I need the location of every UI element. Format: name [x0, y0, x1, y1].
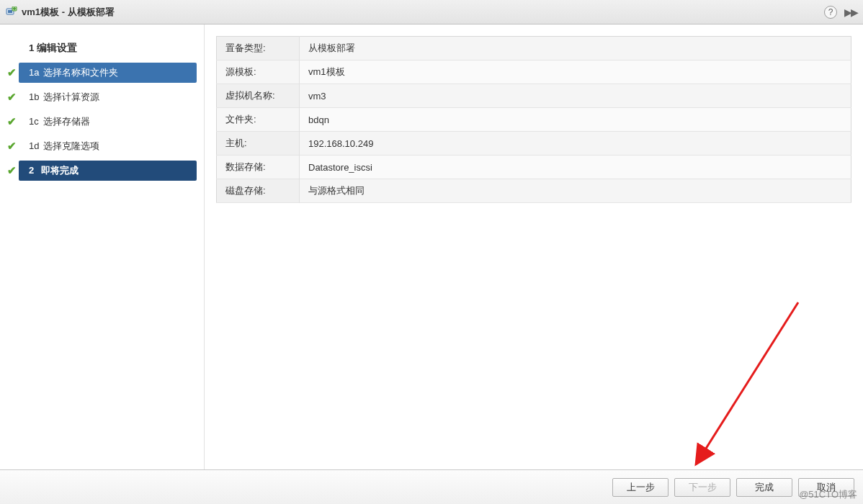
- next-button: 下一步: [674, 478, 730, 497]
- step-label: 1d选择克隆选项: [19, 136, 197, 156]
- row-folder: 文件夹:bdqn: [217, 108, 851, 132]
- finish-button[interactable]: 完成: [736, 478, 792, 497]
- summary-panel: 置备类型:从模板部署 源模板:vm1模板 虚拟机名称:vm3 文件夹:bdqn …: [205, 24, 863, 469]
- row-disk-storage: 磁盘存储:与源格式相同: [217, 179, 851, 203]
- step-label: 1b选择计算资源: [19, 87, 197, 107]
- wizard-step-storage[interactable]: ✔ 1c选择存储器: [0, 111, 197, 132]
- expand-icon[interactable]: ▶▶: [844, 6, 857, 18]
- checkmark-icon: ✔: [4, 115, 19, 128]
- row-vm-name: 虚拟机名称:vm3: [217, 84, 851, 108]
- wizard-footer: 上一步 下一步 完成 取消: [0, 469, 863, 504]
- window-title: vm1模板 - 从模板部署: [22, 6, 824, 19]
- step-label: 1c选择存储器: [19, 112, 197, 132]
- checkmark-icon: ✔: [4, 140, 19, 153]
- step-label: 2 即将完成: [19, 161, 197, 181]
- wizard-sidebar: 1 编辑设置 ✔ 1a选择名称和文件夹 ✔ 1b选择计算资源 ✔ 1c选择存储器…: [0, 24, 205, 469]
- wizard-step-compute[interactable]: ✔ 1b选择计算资源: [0, 86, 197, 108]
- row-provision-type: 置备类型:从模板部署: [217, 37, 851, 60]
- row-host: 主机:192.168.10.249: [217, 132, 851, 156]
- help-icon[interactable]: ?: [824, 6, 837, 19]
- wizard-step-clone-options[interactable]: ✔ 1d选择克隆选项: [0, 135, 197, 157]
- step-label: 1a选择名称和文件夹: [19, 63, 197, 83]
- prev-button[interactable]: 上一步: [612, 478, 669, 497]
- checkmark-icon: ✔: [4, 91, 19, 104]
- vm-template-icon: [6, 6, 17, 18]
- titlebar: vm1模板 - 从模板部署 ? ▶▶: [0, 0, 863, 24]
- sidebar-section-title: 1 编辑设置: [0, 37, 197, 62]
- main-area: 1 编辑设置 ✔ 1a选择名称和文件夹 ✔ 1b选择计算资源 ✔ 1c选择存储器…: [0, 24, 863, 469]
- checkmark-icon: ✔: [4, 164, 19, 177]
- cancel-button[interactable]: 取消: [798, 478, 854, 497]
- checkmark-icon: ✔: [4, 66, 19, 79]
- svg-rect-1: [8, 10, 12, 13]
- wizard-step-name-folder[interactable]: ✔ 1a选择名称和文件夹: [0, 62, 197, 84]
- row-datastore: 数据存储:Datastore_iscsi: [217, 156, 851, 179]
- wizard-step-ready-to-complete[interactable]: ✔ 2 即将完成: [0, 160, 197, 181]
- row-source-template: 源模板:vm1模板: [217, 60, 851, 84]
- summary-table: 置备类型:从模板部署 源模板:vm1模板 虚拟机名称:vm3 文件夹:bdqn …: [216, 36, 851, 203]
